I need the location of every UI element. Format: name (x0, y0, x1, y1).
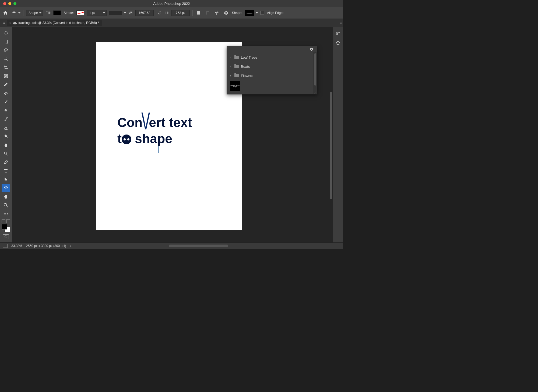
path-alignment-button[interactable] (205, 10, 211, 16)
right-panel-dock (333, 27, 343, 242)
tools-panel: ••• (0, 27, 12, 242)
tab-title: tracking.psdc @ 33.3% (Convert text to s… (18, 21, 99, 25)
zoom-level[interactable]: 33.33% (11, 244, 22, 248)
shape-folder-label: Boats (241, 65, 250, 69)
text-fragment: t (117, 132, 122, 146)
document-dimensions[interactable]: 2550 px x 3300 px (300 ppi) (26, 244, 66, 248)
status-disclosure-icon[interactable]: › (70, 244, 71, 248)
folder-icon (234, 74, 239, 77)
text-fragment: e (165, 132, 172, 146)
svg-point-9 (4, 203, 7, 206)
shape-label: Shape: (232, 11, 242, 15)
foreground-background-swatch[interactable] (2, 224, 10, 232)
screen-mode-buttons[interactable] (2, 219, 10, 223)
status-bar: 33.33% 2550 px x 3300 px (300 ppi) › (0, 242, 343, 249)
eraser-tool[interactable] (2, 123, 10, 132)
quick-select-tool[interactable] (2, 55, 10, 63)
healing-tool[interactable] (2, 89, 10, 98)
blur-tool[interactable] (2, 141, 10, 149)
text-fragment: p (157, 132, 165, 146)
divider (192, 10, 193, 16)
custom-shape-tool[interactable] (2, 184, 10, 192)
marquee-tool[interactable] (2, 37, 10, 46)
expand-panels-icon[interactable]: ›› (2, 22, 7, 24)
svg-point-8 (4, 152, 6, 154)
history-brush-tool[interactable] (2, 115, 10, 123)
svg-point-5 (5, 94, 5, 94)
text-fragment: ert text (149, 115, 192, 130)
fill-swatch[interactable] (53, 10, 61, 15)
home-button[interactable] (2, 10, 9, 16)
shape-picker-popover: ›Leaf Trees›Boats›FlowersConVert text to… (227, 46, 317, 94)
stroke-type-select[interactable] (109, 11, 126, 15)
align-edges-checkbox[interactable] (261, 11, 264, 15)
stroke-width-select[interactable]: 1 px (87, 10, 107, 16)
tool-mode-select[interactable]: Shape (26, 10, 43, 16)
cloud-icon (13, 21, 17, 24)
canvas-text-shape[interactable]: ConVert text t shape (117, 115, 192, 147)
path-operations-button[interactable] (195, 10, 202, 16)
tool-preset-picker[interactable] (11, 10, 20, 16)
vertical-scrollbar[interactable] (330, 92, 332, 199)
pen-tool[interactable] (2, 158, 10, 167)
clone-tool[interactable] (2, 106, 10, 115)
shape-thumbnail-row: ConVert text to shape (228, 80, 312, 93)
close-tab-button[interactable]: × (9, 21, 12, 25)
shape-folder-item[interactable]: ›Leaf Trees (228, 53, 312, 62)
width-label: W: (129, 11, 132, 15)
svg-point-6 (6, 93, 6, 93)
minimize-window-button[interactable] (8, 2, 11, 5)
shape-folder-label: Leaf Trees (241, 55, 257, 59)
edit-toolbar-button[interactable]: ••• (2, 210, 10, 218)
path-select-tool[interactable] (2, 175, 10, 184)
shape-folder-label: Flowers (241, 74, 253, 78)
popover-menu-button[interactable] (308, 46, 315, 52)
document-canvas[interactable]: ConVert text t shape (96, 42, 242, 230)
zoom-tool[interactable] (2, 201, 10, 210)
align-edges-label: Align Edges (267, 11, 284, 15)
height-input[interactable]: 753 px (171, 10, 190, 16)
3d-icon[interactable] (335, 40, 341, 46)
title-bar: Adobe Photoshop 2022 (0, 0, 343, 7)
type-tool[interactable] (2, 167, 10, 175)
resize-handle-icon[interactable]: ⋰ (314, 91, 317, 94)
status-proof-icon[interactable] (3, 244, 8, 248)
brush-tool[interactable] (2, 98, 10, 106)
chevron-right-icon: › (230, 65, 232, 68)
paint-bucket-tool[interactable] (2, 132, 10, 141)
width-input[interactable]: 1697.63 (135, 10, 154, 16)
window-controls (0, 2, 16, 5)
frame-tool[interactable] (2, 72, 10, 80)
eyedropper-tool[interactable] (2, 80, 10, 89)
document-tab[interactable]: × tracking.psdc @ 33.3% (Convert text to… (7, 20, 102, 26)
horizontal-scrollbar[interactable] (129, 245, 327, 247)
options-bar: Shape Fill: Stroke: 1 px W: 1697.63 H: 7… (0, 7, 343, 19)
main-area: ••• ConVert text t shape ›Leaf Trees›Boa… (0, 27, 343, 242)
additional-options-button[interactable] (223, 10, 229, 16)
fill-label: Fill: (46, 11, 51, 15)
height-label: H: (166, 11, 169, 15)
quick-mask-button[interactable] (3, 234, 9, 239)
link-wh-button[interactable] (156, 10, 163, 16)
zoom-window-button[interactable] (13, 2, 16, 5)
share-icon[interactable] (335, 30, 341, 36)
stroke-swatch[interactable] (76, 10, 84, 15)
hand-tool[interactable] (2, 192, 10, 201)
folder-icon (234, 65, 239, 68)
path-arrangement-button[interactable] (214, 10, 220, 16)
shape-folder-item[interactable]: ›Boats (228, 62, 312, 71)
svg-rect-0 (197, 11, 200, 15)
expand-right-panels-icon[interactable]: ‹‹ (340, 22, 343, 24)
shape-thumbnail[interactable]: ConVert text to shape (230, 81, 240, 91)
custom-shape-picker[interactable] (245, 10, 258, 16)
lasso-tool[interactable] (2, 46, 10, 55)
popover-scrollbar[interactable] (313, 52, 317, 94)
close-window-button[interactable] (3, 2, 6, 5)
crop-tool[interactable] (2, 63, 10, 72)
app-title: Adobe Photoshop 2022 (153, 2, 190, 6)
shape-folder-item[interactable]: ›Flowers (228, 71, 312, 80)
dodge-tool[interactable] (2, 149, 10, 158)
folder-icon (234, 56, 239, 59)
chevron-right-icon: › (230, 56, 232, 59)
move-tool[interactable] (2, 29, 10, 37)
